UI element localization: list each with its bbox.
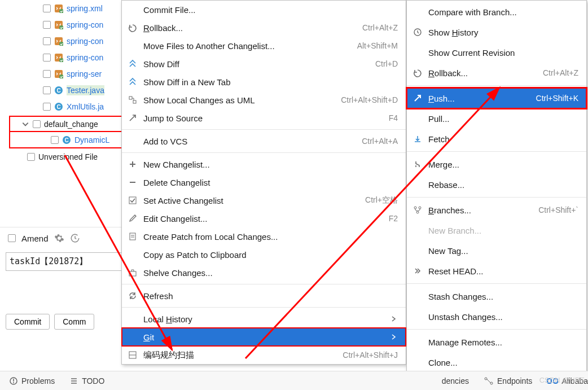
file-row[interactable]: spring.xml: [0, 0, 130, 16]
amend-checkbox[interactable]: [8, 234, 16, 242]
checkbox[interactable]: [43, 70, 51, 78]
java-file-icon: C: [54, 86, 63, 95]
menu-item-show-history[interactable]: Show History: [407, 22, 586, 42]
menu-item-push[interactable]: Push...Ctrl+Shift+K: [407, 88, 586, 108]
menu-item-new-changelist[interactable]: New Changelist...: [122, 155, 406, 173]
menu-item-rollback[interactable]: Rollback...Ctrl+Alt+Z: [122, 19, 406, 37]
menu-shortcut: F2: [389, 214, 398, 223]
context-menu: Commit File...Rollback...Ctrl+Alt+ZMove …: [121, 0, 406, 365]
file-label: spring-con: [67, 20, 103, 29]
blank-icon: [411, 356, 424, 369]
checkbox[interactable]: [33, 120, 41, 128]
menu-item-edit-changelist[interactable]: Edit Changelist...F2: [122, 209, 406, 227]
menu-item-fetch[interactable]: Fetch: [407, 129, 586, 149]
menu-label: Shelve Changes...: [143, 268, 398, 278]
blank-icon: [126, 313, 139, 325]
checkbox[interactable]: [51, 136, 59, 144]
menu-label: Refresh: [143, 291, 398, 301]
menu-item-new-branch[interactable]: New Branch...: [407, 220, 586, 240]
checkbox[interactable]: [43, 5, 51, 12]
menu-item-reset-head[interactable]: Reset HEAD...: [407, 261, 586, 281]
menu-item-jump-to-source[interactable]: Jump to SourceF4: [122, 109, 406, 127]
menu-shortcut: F4: [389, 113, 398, 122]
blank-icon: [411, 46, 424, 59]
menu-item-show-diff-in-a-new-tab[interactable]: Show Diff in a New Tab: [122, 73, 406, 91]
checkbox[interactable]: [43, 37, 51, 45]
file-row[interactable]: spring-con: [0, 16, 130, 33]
gear-icon[interactable]: [54, 233, 64, 243]
blank-icon: [126, 40, 139, 52]
file-row[interactable]: spring-con: [0, 49, 130, 65]
checkbox[interactable]: [27, 153, 35, 161]
file-label: spring.xml: [67, 4, 103, 13]
dependencies-tab[interactable]: dencies: [442, 376, 469, 385]
unversioned-row[interactable]: Unversioned File: [0, 148, 130, 165]
menu-item-clone[interactable]: Clone...: [407, 352, 586, 373]
checkbox[interactable]: [43, 103, 51, 111]
menu-shortcut: Ctrl+Alt+Shift+D: [341, 95, 398, 104]
menu-shortcut: Ctrl+Shift+K: [536, 94, 578, 103]
rollback-icon: [411, 67, 424, 79]
menu-item-add-to-vcs[interactable]: Add to VCSCtrl+Alt+A: [122, 132, 406, 150]
menu-item-show-current-revision[interactable]: Show Current Revision: [407, 42, 586, 63]
menu-item-unstash-changes[interactable]: Unstash Changes...: [407, 306, 586, 327]
menu-item-refresh[interactable]: Refresh: [122, 287, 406, 305]
file-row[interactable]: spring-ser: [0, 65, 130, 82]
menu-item-copy-as-patch-to-clipboard[interactable]: Copy as Patch to Clipboard: [122, 246, 406, 264]
menu-label: Delete Changelist: [143, 178, 398, 187]
todo-tab[interactable]: TODO: [69, 376, 104, 385]
file-row[interactable]: spring-con: [0, 33, 130, 49]
reset-icon: [411, 265, 424, 277]
menu-item-delete-changelist[interactable]: Delete Changelist: [122, 173, 406, 191]
menu-item-commit-file[interactable]: Commit File...: [122, 1, 406, 19]
menu-label: Stash Changes...: [428, 292, 578, 301]
tree-panel: E:\interview_data\ehealth\ehealth_base\s…: [0, 0, 130, 390]
history-icon[interactable]: [70, 233, 80, 243]
menu-label: Show Diff in a New Tab: [143, 77, 398, 87]
menu-label: Merge...: [428, 160, 578, 169]
menu-item-git[interactable]: Git: [122, 328, 406, 346]
commit-message[interactable]: taskId【201872】: [6, 252, 124, 271]
problems-tab[interactable]: Problems: [9, 376, 55, 385]
menu-item-compare-with-branch[interactable]: Compare with Branch...: [407, 2, 586, 22]
menu-label: Edit Changelist...: [143, 214, 389, 224]
menu-item-rebase[interactable]: Rebase...: [407, 174, 586, 195]
chevron-right-icon: [391, 315, 398, 322]
menu-item-branches[interactable]: Branches...Ctrl+Shift+`: [407, 200, 586, 220]
endpoints-tab[interactable]: Endpoints: [484, 376, 532, 385]
changelist-row[interactable]: default_change: [9, 116, 128, 132]
menu-label: New Changelist...: [143, 160, 398, 169]
menu-item-manage-remotes[interactable]: Manage Remotes...: [407, 332, 586, 352]
watermark: CSDN @NPE: [539, 376, 585, 384]
menu-item-show-local-changes-as-uml[interactable]: Show Local Changes as UMLCtrl+Alt+Shift+…: [122, 91, 406, 109]
menu-label: Compare with Branch...: [428, 7, 578, 17]
menu-item-merge[interactable]: Merge...: [407, 154, 586, 174]
checkbox[interactable]: [43, 86, 51, 94]
menu-item-stash-changes[interactable]: Stash Changes...: [407, 286, 586, 306]
menu-item-rollback[interactable]: Rollback...Ctrl+Alt+Z: [407, 63, 586, 83]
checkbox[interactable]: [43, 21, 51, 29]
menu-label: Manage Remotes...: [428, 338, 578, 347]
menu-item-pull[interactable]: Pull...: [407, 108, 586, 129]
svg-text:C: C: [56, 104, 60, 110]
menu-item-move-files-to-another-changelist[interactable]: Move Files to Another Changelist...Alt+S…: [122, 37, 406, 55]
menu-item-shelve-changes[interactable]: Shelve Changes...: [122, 264, 406, 282]
menu-label: Create Patch from Local Changes...: [143, 232, 398, 242]
changelist-child[interactable]: C DynamicL: [9, 132, 128, 148]
menu-item-set-active-changelist[interactable]: Set Active ChangelistCtrl+空格: [122, 191, 406, 209]
checkbox[interactable]: [43, 54, 51, 62]
menu-item-create-patch-from-local-changes[interactable]: Create Patch from Local Changes...: [122, 227, 406, 246]
menu-item-[interactable]: 编码规约扫描Ctrl+Alt+Shift+J: [122, 346, 406, 364]
commit-and-push-button[interactable]: Comm: [54, 314, 94, 330]
menu-label: Fetch: [428, 134, 578, 144]
menu-label: Show Diff: [143, 59, 375, 69]
menu-item-show-diff[interactable]: Show DiffCtrl+D: [122, 55, 406, 73]
menu-item-local-history[interactable]: Local History: [122, 310, 406, 328]
file-row[interactable]: CTester.java: [0, 82, 130, 98]
file-row[interactable]: CXmlUtils.ja: [0, 98, 130, 115]
menu-label: Add to VCS: [143, 137, 362, 146]
svg-rect-18: [129, 197, 136, 204]
svg-text:C: C: [56, 87, 60, 94]
commit-button[interactable]: Commit: [6, 314, 50, 330]
menu-item-new-tag[interactable]: New Tag...: [407, 240, 586, 261]
